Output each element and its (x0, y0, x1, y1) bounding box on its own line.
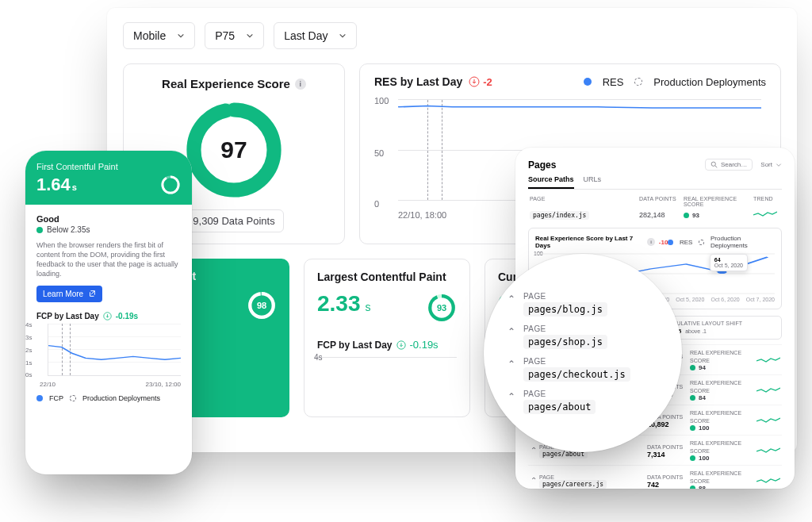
datapoints-chip: 9,309 Data Points (184, 209, 283, 232)
filter-device-label: Mobile (133, 29, 166, 42)
metric-unit: s (366, 301, 371, 313)
res-title: Real Experience Score (162, 77, 290, 90)
sparkline (756, 416, 780, 425)
metric-score-ring: 98 (247, 290, 277, 320)
table-row[interactable]: ⌃PAGEpages/careers.jsDATA POINTS742REAL … (528, 465, 782, 489)
phone-metric-title: First Contentful Paint (36, 162, 181, 171)
tab-urls[interactable]: URLs (584, 175, 602, 189)
status-dot-icon (684, 213, 689, 218)
legend-label-res: RES (603, 76, 624, 88)
chevron-down-icon (339, 32, 347, 40)
chevron-down-icon (246, 32, 254, 40)
x-axis-label: 22/10, 18:00 (398, 210, 446, 220)
chevron-up-icon[interactable]: ⌃ (528, 476, 539, 485)
svg-point-8 (711, 162, 715, 166)
metric-sub-title: FCP by Last Day (317, 340, 392, 351)
bubble-item[interactable]: ⌃PAGEpages/about (508, 390, 658, 414)
filter-bar: Mobile P75 Last Day (123, 22, 781, 49)
phone-chart-title: FCP by Last Day (36, 312, 99, 320)
sparkline (756, 446, 780, 455)
sort-select[interactable]: Sort (760, 161, 782, 168)
status-label: Good (36, 214, 181, 224)
bubble-item[interactable]: ⌃PAGEpages/checkout.js (508, 357, 658, 382)
legend-dot-deploy (634, 78, 642, 86)
phone-metric-value: 1.64 (36, 175, 71, 194)
arrow-down-icon (469, 76, 480, 87)
search-icon (710, 161, 718, 168)
legend-label-deploy: Production Deployments (653, 76, 766, 88)
metric-title: Largest Contentful Paint (317, 271, 457, 283)
metric-score-ring: 93 (427, 293, 457, 323)
phone-fcp-chart[interactable] (48, 324, 181, 376)
bubble-item[interactable]: ⌃PAGEpages/shop.js (508, 324, 658, 349)
legend-dot-res (584, 78, 592, 86)
y-axis-label: 50 (374, 148, 384, 158)
sparkline (756, 476, 780, 486)
metric-score-ring (160, 175, 181, 195)
filter-device[interactable]: Mobile (123, 22, 195, 49)
filter-percentile-label: P75 (215, 29, 235, 42)
status-dot-icon (36, 227, 43, 233)
chart-tooltip: 64 Oct 5, 2020 (710, 254, 748, 271)
search-input[interactable]: Search… (705, 159, 753, 171)
sparkline (753, 210, 777, 220)
metric-value: 2.33 (317, 291, 361, 317)
chevron-down-icon (776, 162, 782, 168)
legend-dot-fcp (36, 395, 43, 401)
bubble-item[interactable]: ⌃PAGEpages/blog.js (508, 292, 658, 317)
pages-tabs: Source Paths URLs (528, 175, 782, 190)
chevron-up-icon: ⌃ (508, 326, 517, 337)
magnifier-overlay: ⌃PAGEpages/blog.js⌃PAGEpages/shop.js⌃PAG… (484, 254, 682, 452)
legend-dot-deploy (70, 395, 76, 401)
phone-header: First Contentful Paint 1.64s (25, 151, 192, 205)
phone-frame: First Contentful Paint 1.64s Good Below … (25, 151, 192, 474)
chevron-down-icon (177, 32, 185, 40)
svg-line-9 (715, 166, 717, 167)
metric-mini-chart: 4s (317, 357, 457, 389)
filter-range-label: Last Day (284, 29, 327, 42)
chevron-up-icon: ⌃ (508, 359, 517, 370)
pages-title: Pages (528, 159, 556, 171)
info-icon[interactable]: i (647, 238, 654, 246)
arrow-down-icon (396, 340, 406, 350)
chevron-up-icon: ⌃ (508, 294, 517, 305)
res-chart-legend: RES Production Deployments (584, 76, 766, 88)
sparkline (756, 355, 780, 365)
info-icon[interactable]: i (295, 79, 306, 90)
filter-percentile[interactable]: P75 (205, 22, 264, 49)
metric-lcp-card[interactable]: Largest Contentful Paint 2.33 s 93 FCP b… (304, 259, 470, 417)
external-link-icon (88, 290, 96, 297)
res-score-value: 97 (182, 98, 285, 202)
phone-chart-legend: FCP Production Deployments (36, 394, 181, 402)
res-chart-title: RES by Last Day (374, 75, 462, 88)
legend-dot-deploy (699, 240, 704, 245)
metric-description: When the browser renders the first bit o… (36, 240, 181, 279)
chevron-up-icon[interactable]: ⌃ (528, 446, 539, 455)
filter-range[interactable]: Last Day (274, 22, 357, 49)
y-axis-label: 100 (374, 96, 389, 106)
metric-delta: -0.19s (396, 339, 438, 351)
res-chart-delta: -2 (469, 76, 492, 88)
y-axis-label: 0 (374, 199, 379, 209)
svg-point-15 (163, 177, 178, 193)
tab-source-paths[interactable]: Source Paths (528, 175, 574, 189)
table-header: PAGE DATA POINTS REAL EXPERIENCE SCORE T… (528, 196, 782, 207)
res-score-ring: 97 (182, 98, 285, 202)
chevron-up-icon: ⌃ (508, 391, 517, 402)
learn-more-button[interactable]: Learn More (36, 286, 102, 302)
arrow-down-icon (103, 312, 112, 320)
legend-dot-res (668, 240, 673, 245)
sparkline (756, 386, 780, 395)
table-row[interactable]: pages/index.js 282,148 93 (528, 207, 782, 223)
